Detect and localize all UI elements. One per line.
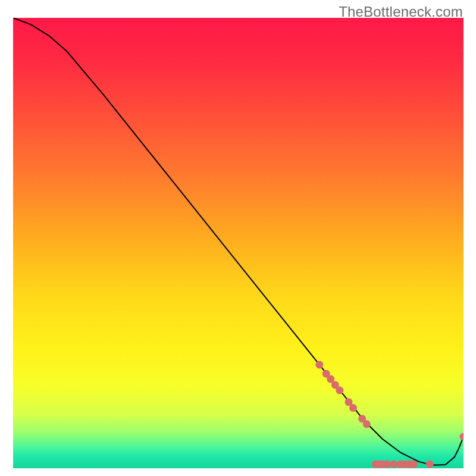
- data-dot: [390, 461, 397, 468]
- chart-container: TheBottleneck.com: [0, 0, 476, 476]
- chart-svg: [13, 18, 464, 468]
- plot-area: [13, 18, 464, 468]
- data-dot: [383, 461, 391, 468]
- data-dot: [336, 387, 343, 394]
- data-dot: [410, 461, 418, 468]
- data-dot: [426, 461, 434, 468]
- data-dot: [363, 420, 371, 428]
- gradient-background: [13, 18, 464, 468]
- data-dot: [349, 404, 357, 412]
- data-dot: [315, 361, 323, 368]
- watermark-text: TheBottleneck.com: [339, 4, 463, 20]
